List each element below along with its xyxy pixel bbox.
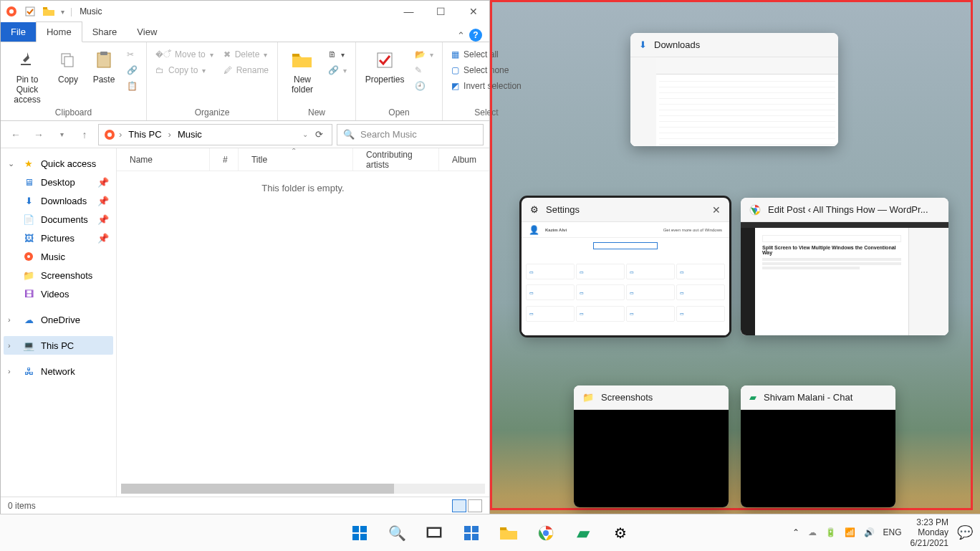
tab-file[interactable]: File — [1, 22, 36, 42]
tray-overflow-button[interactable]: ⌃ — [792, 527, 799, 537]
copy-path-button[interactable]: 🔗 — [124, 64, 140, 77]
qat-dropdown-icon[interactable]: ▾ — [61, 8, 64, 16]
col-name[interactable]: Name⌃ — [117, 148, 210, 171]
tray-volume-icon[interactable]: 🔊 — [864, 527, 875, 537]
paste-shortcut-button[interactable]: 📋 — [124, 80, 140, 92]
qat-folder-icon[interactable] — [42, 5, 55, 18]
qat-properties-icon[interactable] — [24, 5, 37, 18]
nav-this-pc[interactable]: ›💻This PC — [4, 336, 113, 355]
col-artists[interactable]: Contributing artists — [353, 148, 439, 171]
forward-button[interactable]: → — [29, 125, 48, 144]
copy-to-button[interactable]: 🗀Copy to▾ — [153, 64, 216, 77]
history-button[interactable]: 🕘 — [412, 80, 436, 92]
tab-share[interactable]: Share — [82, 22, 128, 42]
view-details-button[interactable] — [452, 499, 466, 512]
taskbar-settings-button[interactable]: ⚙ — [609, 522, 632, 545]
tab-home[interactable]: Home — [36, 21, 82, 42]
snap-thumb-settings[interactable]: ⚙Settings✕ 👤Kazim AlviGet even more out … — [522, 198, 729, 335]
snap-thumb-downloads[interactable]: ⬇Downloads — [630, 33, 838, 146]
taskbar-explorer-button[interactable] — [497, 522, 520, 545]
chat-icon: ▰ — [749, 392, 756, 403]
column-headers[interactable]: Name⌃ # Title Contributing artists Album — [117, 148, 489, 171]
nav-quick-access[interactable]: ⌄★Quick access — [4, 154, 113, 173]
thumb-title-wordpress: Edit Post ‹ All Things How — WordPr... — [768, 204, 928, 215]
nav-downloads[interactable]: ⬇Downloads📌 — [4, 191, 113, 210]
recent-locations-button[interactable]: ▾ — [52, 125, 71, 144]
cloud-icon: ☁ — [22, 313, 35, 326]
notification-center-button[interactable]: 💬 — [957, 524, 973, 540]
properties-button[interactable]: Properties — [362, 45, 408, 85]
task-view-button[interactable] — [423, 522, 446, 545]
horizontal-scrollbar[interactable] — [121, 484, 485, 494]
move-icon: �ँ — [155, 49, 170, 59]
move-to-button[interactable]: �ँMove to▾ — [153, 48, 216, 61]
rename-button[interactable]: 🖉Rename — [221, 64, 272, 77]
new-item-icon: 🗎 — [328, 49, 337, 59]
thumb-close-button[interactable]: ✕ — [712, 204, 721, 216]
maximize-button[interactable]: ☐ — [425, 1, 457, 22]
nav-desktop[interactable]: 🖥Desktop📌 — [4, 173, 113, 191]
nav-documents[interactable]: 📄Documents📌 — [4, 210, 113, 229]
title-bar[interactable]: ▾ | Music ― ☐ ✕ — [1, 1, 489, 22]
tray-onedrive-icon[interactable]: ☁ — [808, 527, 817, 537]
minimize-button[interactable]: ― — [393, 1, 425, 22]
taskbar-chrome-button[interactable] — [534, 522, 557, 545]
svg-rect-4 — [21, 64, 31, 65]
snap-assist-zone: ⬇Downloads ⚙Settings✕ 👤Kazim AlviGet eve… — [490, 0, 980, 514]
nav-network[interactable]: ›🖧Network — [4, 362, 113, 380]
documents-icon: 📄 — [22, 213, 35, 226]
ribbon: Pin to Quick access Copy Paste ✂ 🔗 📋 Cli… — [1, 42, 489, 121]
cut-button[interactable]: ✂ — [124, 48, 140, 61]
col-album[interactable]: Album — [439, 148, 489, 171]
pin-quick-access-button[interactable]: Pin to Quick access — [6, 45, 48, 105]
view-large-button[interactable] — [468, 499, 482, 512]
snap-thumb-chat[interactable]: ▰Shivam Malani - Chat — [741, 385, 895, 507]
help-icon[interactable]: ? — [469, 29, 482, 42]
widgets-button[interactable] — [460, 522, 483, 545]
refresh-button[interactable]: ⟳ — [315, 129, 323, 140]
easy-access-button[interactable]: 🔗▾ — [325, 64, 350, 77]
nav-onedrive[interactable]: ›☁OneDrive — [4, 310, 113, 329]
new-item-button[interactable]: 🗎▾ — [325, 48, 350, 61]
star-icon: ★ — [22, 157, 35, 170]
navigation-pane[interactable]: ⌄★Quick access 🖥Desktop📌 ⬇Downloads📌 📄Do… — [1, 148, 117, 497]
breadcrumb-music[interactable]: Music — [174, 128, 206, 141]
delete-button[interactable]: ✖Delete▾ — [221, 48, 272, 61]
taskbar-chat-button[interactable]: ▰ — [572, 522, 595, 545]
tray-battery-icon[interactable]: 🔋 — [825, 527, 836, 537]
start-button[interactable] — [348, 522, 371, 545]
svg-rect-27 — [500, 527, 506, 530]
snap-thumb-wordpress[interactable]: Edit Post ‹ All Things How — WordPr... S… — [741, 198, 948, 335]
address-bar[interactable]: › This PC › Music ⌄ ⟳ — [98, 124, 332, 145]
scissors-icon: ✂ — [127, 49, 134, 59]
taskbar-search-button[interactable]: 🔍 — [385, 522, 408, 545]
up-button[interactable]: ↑ — [75, 125, 94, 144]
snap-thumb-screenshots[interactable]: 📁Screenshots — [574, 385, 729, 507]
tray-wifi-icon[interactable]: 📶 — [845, 527, 855, 537]
tray-language[interactable]: ENG — [883, 527, 902, 537]
copy-button[interactable]: Copy — [52, 45, 84, 85]
ribbon-collapse-icon[interactable]: ⌃ — [457, 30, 465, 41]
open-button[interactable]: 📂▾ — [412, 48, 436, 61]
taskbar[interactable]: 🔍 ▰ ⚙ ⌃ ☁ 🔋 📶 🔊 ENG 3:23 PM Monday 6/21/… — [0, 514, 980, 551]
svg-rect-8 — [100, 52, 107, 55]
paste-button[interactable]: Paste — [88, 45, 120, 85]
new-folder-button[interactable]: New folder — [284, 45, 321, 95]
back-button[interactable]: ← — [6, 125, 25, 144]
nav-pictures[interactable]: 🖼Pictures📌 — [4, 229, 113, 247]
download-icon: ⬇ — [639, 39, 647, 50]
tab-view[interactable]: View — [127, 22, 167, 42]
svg-rect-22 — [428, 529, 440, 536]
close-button[interactable]: ✕ — [457, 1, 489, 22]
breadcrumb-thispc[interactable]: This PC — [125, 128, 165, 141]
nav-screenshots[interactable]: 📁Screenshots — [4, 266, 113, 284]
col-number[interactable]: # — [210, 148, 239, 171]
edit-button[interactable]: ✎ — [412, 64, 436, 77]
search-box[interactable]: 🔍 Search Music — [337, 124, 484, 145]
address-dropdown-icon[interactable]: ⌄ — [302, 130, 308, 138]
item-count: 0 items — [8, 501, 36, 511]
tray-clock[interactable]: 3:23 PM Monday 6/21/2021 — [911, 517, 948, 548]
nav-videos[interactable]: 🎞Videos — [4, 284, 113, 303]
content-pane[interactable]: Name⌃ # Title Contributing artists Album… — [117, 148, 489, 497]
nav-music[interactable]: Music — [4, 247, 113, 266]
